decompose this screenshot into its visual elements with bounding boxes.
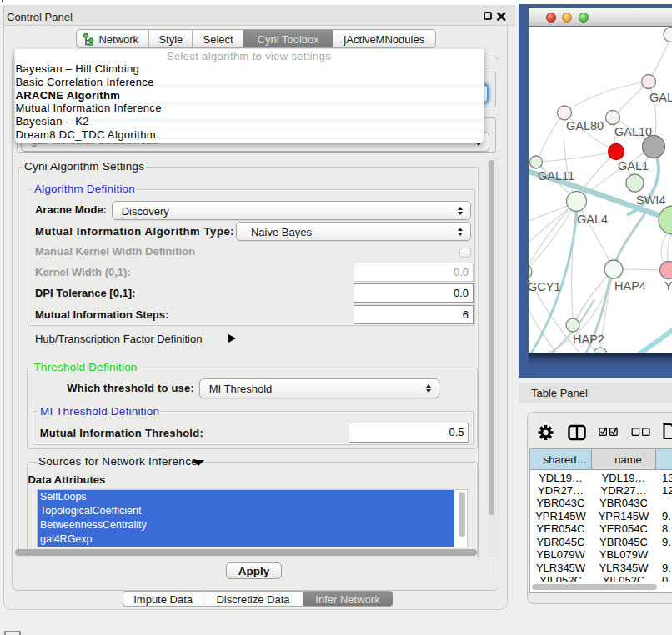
svg-text:HAP2: HAP2 — [573, 332, 604, 346]
svg-text:GAL10: GAL10 — [614, 125, 652, 138]
svg-text:GAL7: GAL7 — [649, 91, 672, 104]
svg-text:SWI4: SWI4 — [636, 192, 665, 206]
svg-text:GAL4: GAL4 — [577, 212, 608, 226]
svg-text:GCY1: GCY1 — [529, 280, 561, 293]
svg-text:HAP4: HAP4 — [614, 279, 646, 292]
svg-text:GAL80: GAL80 — [566, 119, 604, 132]
svg-text:GAL1: GAL1 — [618, 159, 649, 172]
svg-text:GAL11: GAL11 — [538, 169, 574, 182]
svg-text:Y: Y — [664, 279, 672, 292]
